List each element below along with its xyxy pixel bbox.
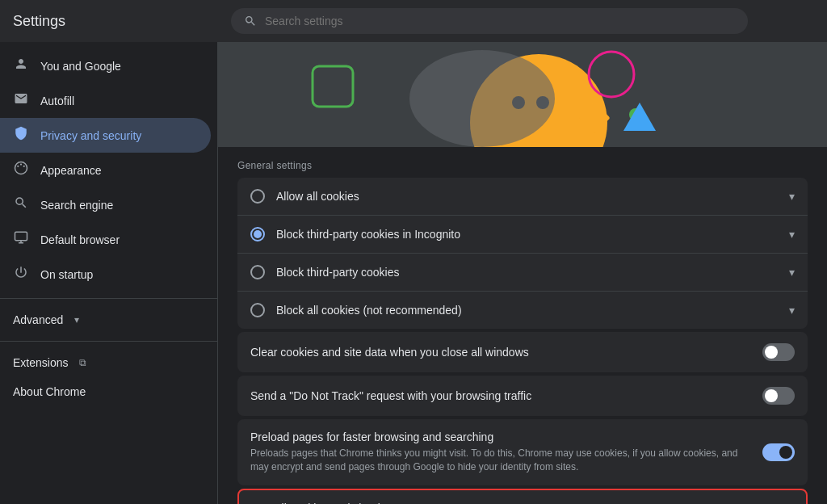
- see-all-cookies-row[interactable]: See all cookies and site data ›: [237, 489, 808, 504]
- sidebar-label-extensions: Extensions: [13, 356, 68, 369]
- svg-rect-4: [15, 232, 27, 241]
- toggle-preload-pages-content: Preload pages for faster browsing and se…: [250, 430, 749, 474]
- toggle-preload-pages-title: Preload pages for faster browsing and se…: [250, 430, 749, 443]
- radio-circle-block-third: [250, 265, 265, 279]
- cookie-options-card: Allow all cookies ▾ Block third-party co…: [237, 178, 808, 329]
- app-title: Settings: [13, 13, 231, 30]
- toggle-clear-cookies-title: Clear cookies and site data when you clo…: [250, 346, 749, 359]
- sidebar-label-about-chrome: About Chrome: [13, 385, 86, 398]
- radio-circle-block-incognito: [250, 227, 265, 242]
- chevron-down-icon: ▾: [74, 314, 79, 326]
- svg-point-3: [23, 166, 25, 167]
- sidebar-item-search-engine[interactable]: Search engine: [0, 187, 211, 222]
- shield-icon: [13, 126, 29, 145]
- section-label: General settings: [237, 160, 808, 171]
- svg-point-2: [20, 163, 22, 165]
- hero-svg: [218, 42, 827, 147]
- toggle-clear-cookies-content: Clear cookies and site data when you clo…: [250, 346, 749, 359]
- sidebar-item-default-browser[interactable]: Default browser: [0, 222, 211, 257]
- toggle-clear-cookies-switch[interactable]: [762, 343, 795, 361]
- chevron-block-all: ▾: [789, 304, 795, 317]
- sidebar-section-advanced[interactable]: Advanced ▾: [0, 305, 217, 334]
- sidebar-label-on-startup: On startup: [40, 268, 93, 281]
- radio-block-all[interactable]: Block all cookies (not recommended) ▾: [237, 292, 808, 329]
- chevron-block-incognito: ▾: [789, 228, 795, 241]
- appearance-icon: [13, 161, 29, 179]
- search-bar[interactable]: [231, 8, 748, 34]
- radio-label-allow-all: Allow all cookies: [276, 190, 778, 203]
- radio-label-block-incognito: Block third-party cookies in Incognito: [276, 228, 778, 241]
- toggle-do-not-track-title: Send a "Do Not Track" request with your …: [250, 389, 749, 402]
- external-link-icon: ⧉: [79, 357, 86, 368]
- see-all-cookies-label: See all cookies and site data: [252, 502, 396, 504]
- sidebar-label-advanced: Advanced: [13, 313, 63, 326]
- sidebar-label-appearance: Appearance: [40, 164, 102, 177]
- toggle-do-not-track-content: Send a "Do Not Track" request with your …: [250, 389, 749, 402]
- toggle-preload-pages-subtitle: Preloads pages that Chrome thinks you mi…: [250, 447, 749, 474]
- sidebar-divider-2: [0, 341, 217, 342]
- sidebar: You and Google Autofill Privacy and secu…: [0, 42, 218, 504]
- search-input[interactable]: [265, 15, 735, 27]
- chevron-allow-all: ▾: [789, 190, 795, 203]
- sidebar-item-you-and-google[interactable]: You and Google: [0, 48, 211, 83]
- radio-label-block-all: Block all cookies (not recommended): [276, 304, 778, 317]
- search-icon: [244, 15, 257, 27]
- radio-circle-block-all: [250, 303, 265, 317]
- svg-point-14: [409, 50, 555, 147]
- svg-point-1: [17, 166, 19, 167]
- sidebar-label-privacy: Privacy and security: [40, 129, 141, 142]
- radio-block-third-party[interactable]: Block third-party cookies ▾: [237, 254, 808, 292]
- sidebar-item-extensions[interactable]: Extensions ⧉: [0, 348, 217, 377]
- radio-block-incognito[interactable]: Block third-party cookies in Incognito ▾: [237, 216, 808, 254]
- sidebar-label-autofill: Autofill: [40, 94, 74, 107]
- arrow-right-icon: ›: [789, 502, 793, 504]
- sidebar-item-appearance[interactable]: Appearance: [0, 153, 211, 187]
- autofill-icon: [13, 91, 29, 110]
- search-engine-icon: [13, 195, 29, 214]
- top-bar: Settings: [0, 0, 827, 42]
- main-content-area: General settings Allow all cookies ▾ Blo…: [218, 42, 827, 504]
- person-icon: [13, 57, 29, 75]
- settings-section: General settings Allow all cookies ▾ Blo…: [218, 147, 827, 504]
- sidebar-item-about-chrome[interactable]: About Chrome: [0, 377, 211, 406]
- toggle-do-not-track[interactable]: Send a "Do Not Track" request with your …: [237, 376, 808, 416]
- main-layout: You and Google Autofill Privacy and secu…: [0, 42, 827, 504]
- sidebar-label-search-engine: Search engine: [40, 199, 113, 212]
- radio-inner-block-incognito: [254, 230, 262, 238]
- toggle-do-not-track-switch[interactable]: [762, 387, 795, 405]
- radio-allow-all[interactable]: Allow all cookies ▾: [237, 178, 808, 216]
- sidebar-item-autofill[interactable]: Autofill: [0, 83, 211, 118]
- startup-icon: [13, 265, 29, 284]
- hero-image: [218, 42, 827, 147]
- sidebar-item-privacy[interactable]: Privacy and security: [0, 118, 211, 153]
- default-browser-icon: [13, 230, 29, 249]
- radio-circle-allow-all: [250, 189, 265, 204]
- sidebar-item-on-startup[interactable]: On startup: [0, 257, 211, 292]
- toggle-preload-pages[interactable]: Preload pages for faster browsing and se…: [237, 419, 808, 485]
- chevron-block-third: ▾: [789, 266, 795, 279]
- toggle-clear-cookies[interactable]: Clear cookies and site data when you clo…: [237, 332, 808, 372]
- radio-label-block-third: Block third-party cookies: [276, 266, 778, 279]
- toggle-preload-pages-switch[interactable]: [762, 443, 795, 461]
- sidebar-label-default-browser: Default browser: [40, 233, 120, 246]
- sidebar-label-you-and-google: You and Google: [40, 60, 121, 73]
- sidebar-divider: [0, 298, 217, 299]
